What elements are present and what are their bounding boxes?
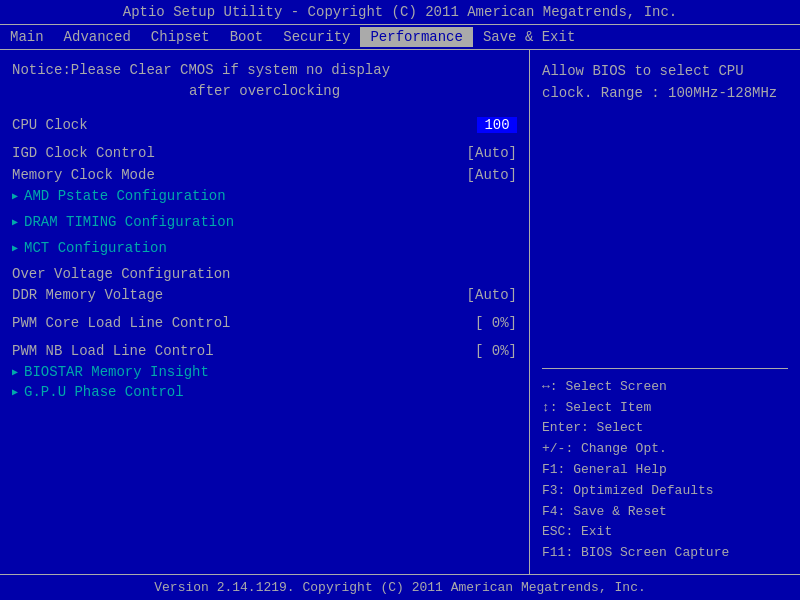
amd-pstate-item[interactable]: AMD Pstate Configuration: [12, 188, 517, 204]
left-panel: Notice:Please Clear CMOS if system no di…: [0, 50, 530, 574]
right-panel: Allow BIOS to select CPU clock. Range : …: [530, 50, 800, 574]
help-line1: Allow BIOS to select CPU: [542, 60, 788, 82]
dram-timing-label: DRAM TIMING Configuration: [24, 214, 234, 230]
memory-clock-value[interactable]: [Auto]: [467, 167, 517, 183]
biostar-insight-item[interactable]: BIOSTAR Memory Insight: [12, 364, 517, 380]
main-content: Notice:Please Clear CMOS if system no di…: [0, 50, 800, 574]
memory-clock-label: Memory Clock Mode: [12, 167, 155, 183]
cpu-clock-row: CPU Clock 100: [12, 116, 517, 134]
footer: Version 2.14.1219. Copyright (C) 2011 Am…: [0, 574, 800, 600]
igd-clock-value[interactable]: [Auto]: [467, 145, 517, 161]
menu-item-save-exit[interactable]: Save & Exit: [473, 27, 585, 47]
key-help-item: +/-: Change Opt.: [542, 439, 788, 460]
gpu-phase-label: G.P.U Phase Control: [24, 384, 184, 400]
notice-text: Notice:Please Clear CMOS if system no di…: [12, 60, 517, 102]
notice-line1: Notice:Please Clear CMOS if system no di…: [12, 60, 517, 81]
key-help-item: F4: Save & Reset: [542, 502, 788, 523]
amd-pstate-label: AMD Pstate Configuration: [24, 188, 226, 204]
ddr-voltage-value[interactable]: [Auto]: [467, 287, 517, 303]
mct-config-item[interactable]: MCT Configuration: [12, 240, 517, 256]
menu-item-boot[interactable]: Boot: [220, 27, 274, 47]
igd-clock-label: IGD Clock Control: [12, 145, 155, 161]
ddr-voltage-row: DDR Memory Voltage [Auto]: [12, 286, 517, 304]
gpu-phase-item[interactable]: G.P.U Phase Control: [12, 384, 517, 400]
menu-item-advanced[interactable]: Advanced: [54, 27, 141, 47]
title-text: Aptio Setup Utility - Copyright (C) 2011…: [123, 4, 678, 20]
pwm-nb-label: PWM NB Load Line Control: [12, 343, 214, 359]
over-voltage-label: Over Voltage Configuration: [12, 266, 517, 282]
notice-line2: after overclocking: [12, 81, 517, 102]
key-help-item: F3: Optimized Defaults: [542, 481, 788, 502]
menu-item-chipset[interactable]: Chipset: [141, 27, 220, 47]
pwm-nb-row: PWM NB Load Line Control [ 0%]: [12, 342, 517, 360]
key-help-item: F11: BIOS Screen Capture: [542, 543, 788, 564]
key-help-item: ↔: Select Screen: [542, 377, 788, 398]
menu-bar: MainAdvancedChipsetBootSecurityPerforman…: [0, 24, 800, 50]
cpu-clock-label: CPU Clock: [12, 117, 88, 133]
key-help-item: Enter: Select: [542, 418, 788, 439]
igd-clock-row: IGD Clock Control [Auto]: [12, 144, 517, 162]
menu-item-performance[interactable]: Performance: [360, 27, 472, 47]
pwm-core-row: PWM Core Load Line Control [ 0%]: [12, 314, 517, 332]
menu-item-security[interactable]: Security: [273, 27, 360, 47]
dram-timing-item[interactable]: DRAM TIMING Configuration: [12, 214, 517, 230]
help-text: Allow BIOS to select CPU clock. Range : …: [542, 60, 788, 358]
key-help-item: ESC: Exit: [542, 522, 788, 543]
biostar-label: BIOSTAR Memory Insight: [24, 364, 209, 380]
key-help-item: ↕: Select Item: [542, 398, 788, 419]
pwm-nb-value[interactable]: [ 0%]: [475, 343, 517, 359]
menu-item-main[interactable]: Main: [0, 27, 54, 47]
cpu-clock-value[interactable]: 100: [477, 117, 517, 133]
key-help: ↔: Select Screen↕: Select ItemEnter: Sel…: [542, 368, 788, 564]
key-help-item: F1: General Help: [542, 460, 788, 481]
pwm-core-label: PWM Core Load Line Control: [12, 315, 230, 331]
mct-config-label: MCT Configuration: [24, 240, 167, 256]
title-bar: Aptio Setup Utility - Copyright (C) 2011…: [0, 0, 800, 24]
ddr-voltage-label: DDR Memory Voltage: [12, 287, 163, 303]
help-line2: clock. Range : 100MHz-128MHz: [542, 82, 788, 104]
footer-text: Version 2.14.1219. Copyright (C) 2011 Am…: [154, 580, 645, 595]
memory-clock-row: Memory Clock Mode [Auto]: [12, 166, 517, 184]
pwm-core-value[interactable]: [ 0%]: [475, 315, 517, 331]
